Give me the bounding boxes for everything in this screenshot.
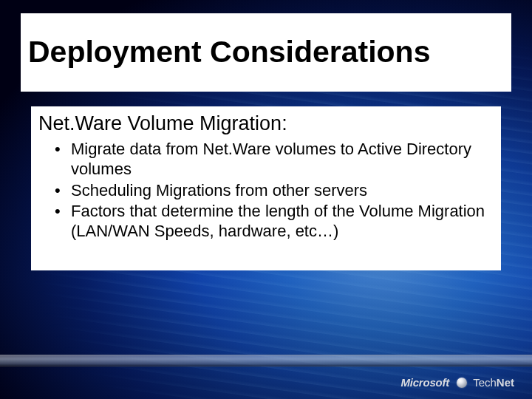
slide: Deployment Considerations Net.Ware Volum… [0,0,532,399]
logo-brand: Microsoft [400,376,449,389]
bullet-item: Factors that determine the length of the… [55,202,491,242]
logo-dot-icon [457,378,467,388]
body-block: Net.Ware Volume Migration: Migrate data … [31,106,501,270]
subheading: Net.Ware Volume Migration: [38,112,491,135]
bullet-item: Scheduling Migrations from other servers [55,181,491,201]
title-block: Deployment Considerations [21,13,511,92]
logo-product: TechNet [473,376,514,389]
bullet-list: Migrate data from Net.Ware volumes to Ac… [38,140,491,242]
bullet-item: Migrate data from Net.Ware volumes to Ac… [55,140,491,180]
footer-logo: Microsoft TechNet [400,376,514,389]
slide-title: Deployment Considerations [28,36,430,68]
bottom-bar [0,355,532,366]
logo-product-suffix: Net [497,376,514,389]
logo-product-prefix: Tech [473,376,497,389]
